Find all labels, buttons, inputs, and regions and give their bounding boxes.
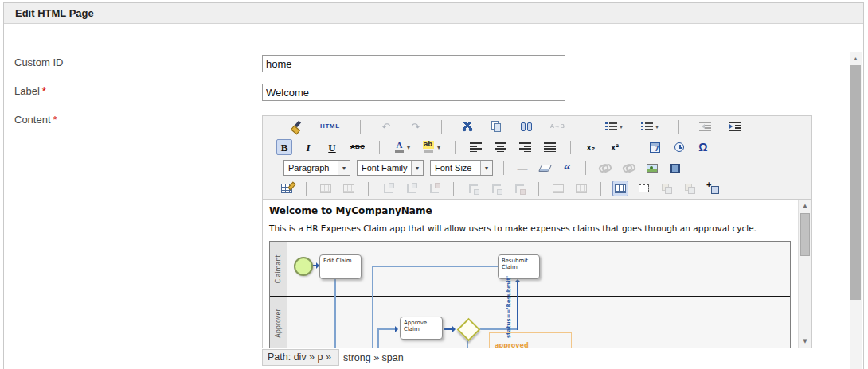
bullet-list-button[interactable]: ▾ — [603, 118, 625, 134]
font-size-select[interactable]: Font Size▾ — [430, 160, 493, 176]
underline-icon: U — [328, 142, 335, 153]
scroll-up-button[interactable]: ▲ — [799, 200, 811, 212]
page-scrollbar[interactable]: ▲ — [850, 52, 862, 369]
text-color-button[interactable]: ▾ — [392, 139, 412, 155]
font-size-select-value: Font Size — [431, 161, 480, 175]
italic-icon: I — [306, 142, 310, 153]
toolbar-separator — [368, 182, 369, 196]
italic-button[interactable]: I — [300, 139, 316, 155]
align-center-icon — [495, 142, 506, 152]
undo-icon: ↶ — [381, 122, 390, 132]
visual-aid-toggle[interactable] — [612, 181, 628, 196]
align-left-button[interactable] — [467, 139, 484, 155]
editor-content-area[interactable]: Welcome to MyCompanyName This is a HR Ex… — [263, 199, 811, 348]
insert-time-icon[interactable] — [671, 139, 687, 155]
element-path[interactable]: Path: div » p » — [262, 349, 339, 366]
merge-cells-icon — [576, 184, 587, 193]
chevron-down-icon[interactable]: ▾ — [411, 161, 423, 175]
insert-link-icon — [599, 164, 612, 172]
font-family-select[interactable]: Font Family▾ — [357, 160, 424, 176]
chevron-down-icon[interactable]: ▾ — [437, 144, 440, 151]
toolbar-row-3: Paragraph▾Font Family▾Font Size▾—“ — [263, 157, 811, 178]
insert-table-button[interactable] — [279, 181, 295, 196]
insert-row-after-icon — [407, 184, 416, 193]
element-path-rest[interactable]: strong » span — [343, 352, 404, 363]
block-format-select-value: Paragraph — [284, 161, 338, 175]
lane-approver: Approver — [270, 297, 287, 348]
page-scroll-up-button[interactable]: ▲ — [850, 52, 862, 64]
chevron-down-icon[interactable]: ▾ — [655, 123, 659, 130]
indent-button[interactable] — [727, 118, 744, 134]
copy-button[interactable] — [489, 118, 505, 134]
chevron-down-icon[interactable]: ▾ — [620, 123, 623, 130]
find-button[interactable] — [518, 118, 534, 134]
scroll-down-button[interactable]: ▼ — [799, 335, 811, 348]
insert-media-button[interactable] — [667, 160, 682, 176]
html-source-button[interactable]: HTML — [318, 118, 342, 134]
scrollbar-thumb[interactable] — [800, 213, 810, 256]
align-justify-button[interactable] — [542, 139, 558, 155]
lane-divider — [270, 296, 790, 297]
flow-line — [372, 266, 373, 348]
condition-label: status=='Resubmit' — [503, 284, 514, 330]
horizontal-rule-button[interactable]: — — [514, 160, 530, 176]
label-input[interactable] — [262, 84, 565, 101]
split-cells-button — [550, 181, 566, 196]
special-character-button[interactable]: Ω — [695, 139, 711, 155]
remove-link-button — [620, 160, 638, 176]
underline-button[interactable]: U — [324, 139, 340, 155]
workflow-diagram[interactable]: Claimant Approver — [269, 241, 791, 348]
move-forward-button — [659, 181, 674, 196]
rich-text-editor: HTML↶↷A→B▾▾ BIUABC▾▾x₂x²Ω Paragraph▾Font… — [262, 115, 812, 348]
visual-aid-icon — [615, 184, 626, 193]
bold-button[interactable]: B — [276, 139, 292, 155]
toolbar-separator — [503, 161, 504, 175]
insert-date-icon[interactable] — [647, 139, 663, 155]
table-row-properties-icon — [320, 184, 331, 193]
font-family-select-value: Font Family — [358, 161, 411, 175]
page-scrollbar-thumb[interactable] — [850, 65, 861, 300]
insert-link-button — [596, 160, 614, 176]
insert-layer-button[interactable] — [705, 181, 721, 196]
table-cell-properties-icon — [343, 184, 354, 193]
editor-statusbar: Path: div » p » strong » span — [262, 349, 404, 366]
cut-button[interactable] — [459, 118, 475, 134]
superscript-icon: x² — [611, 143, 619, 152]
toolbar-separator — [585, 161, 586, 175]
numbered-list-icon — [641, 122, 653, 131]
cut-icon — [462, 122, 473, 132]
special-character-icon: Ω — [698, 142, 707, 153]
chevron-down-icon[interactable]: ▾ — [407, 144, 410, 151]
text-color-icon — [394, 142, 405, 153]
move-backward-button — [682, 181, 698, 196]
insert-row-before-button — [380, 181, 396, 196]
merge-cells-button — [573, 181, 589, 196]
absolute-position-toggle[interactable] — [635, 181, 651, 196]
chevron-down-icon[interactable]: ▾ — [338, 161, 350, 175]
subscript-button[interactable]: x₂ — [583, 139, 599, 155]
superscript-button[interactable]: x² — [607, 139, 623, 155]
find-replace-button: A→B — [548, 118, 567, 134]
remove-formatting-button[interactable] — [537, 160, 553, 176]
remove-formatting-icon — [538, 165, 551, 172]
cleanup-icon[interactable] — [288, 118, 304, 134]
align-right-button[interactable] — [517, 139, 534, 155]
insert-image-button[interactable] — [644, 160, 660, 176]
highlight-color-button[interactable]: ▾ — [420, 139, 443, 155]
custom-id-input[interactable] — [262, 55, 565, 72]
editor-scrollbar[interactable]: ▲ ▼ — [798, 200, 811, 348]
numbered-list-button[interactable]: ▾ — [639, 118, 661, 134]
delete-column-icon — [515, 184, 524, 193]
insert-image-icon — [647, 164, 658, 173]
align-center-button[interactable] — [492, 139, 509, 155]
find-replace-icon: A→B — [550, 123, 565, 130]
chevron-down-icon[interactable]: ▾ — [480, 161, 492, 175]
page: Edit HTML Page Custom ID Label* Content*… — [0, 0, 868, 369]
flow-line — [444, 328, 452, 330]
blockquote-button[interactable]: “ — [559, 160, 575, 176]
gateway-diamond — [457, 318, 481, 342]
panel-header: Edit HTML Page — [4, 3, 863, 24]
strikethrough-button[interactable]: ABC — [348, 139, 367, 155]
block-format-select[interactable]: Paragraph▾ — [283, 160, 350, 176]
align-right-icon — [519, 142, 531, 152]
